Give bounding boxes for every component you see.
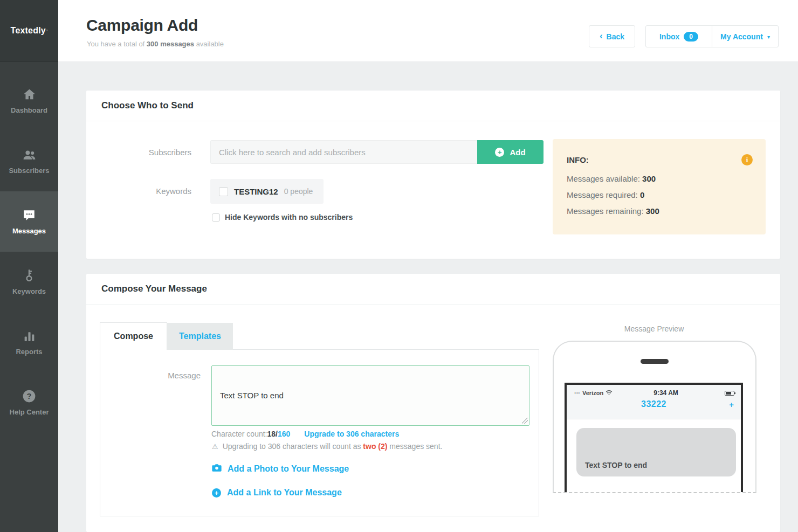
- logo-trademark: ’: [46, 29, 47, 33]
- sidebar: Textedly’ Dashboard Subscribers Messages: [0, 0, 58, 532]
- subtitle-count: 300 messages: [147, 40, 194, 48]
- phone-preview: ··· Verizon 9:34 AM 33222 +: [553, 341, 756, 493]
- warning-emphasis: two (2): [363, 442, 387, 451]
- svg-text:?: ?: [27, 392, 32, 400]
- message-textarea-wrap: Text STOP to end: [211, 365, 529, 426]
- keyword-name: TESTING12: [234, 187, 278, 196]
- sidebar-item-reports[interactable]: Reports: [0, 312, 58, 372]
- question-icon: ?: [22, 389, 36, 403]
- warning-suffix: messages sent.: [387, 442, 442, 451]
- info-row-required: Messages required: 0: [567, 187, 752, 203]
- inbox-button-label: Inbox: [659, 32, 679, 41]
- message-label: Message: [139, 371, 201, 380]
- subscribers-search-input[interactable]: [210, 140, 477, 164]
- textedly-logo: Textedly’: [0, 0, 58, 62]
- upgrade-warning-row: ⚠ Upgrading to 306 characters will count…: [212, 442, 442, 451]
- keyword-item-testing12[interactable]: TESTING12 0 people: [210, 179, 324, 204]
- info-row-available: Messages available: 300: [567, 171, 752, 187]
- character-count-label: Character count:: [211, 430, 267, 438]
- info-row-value: 300: [646, 206, 659, 216]
- info-row-label: Messages required:: [567, 190, 640, 199]
- carrier-name: Verizon: [582, 390, 603, 396]
- phone-number-row: 33222 +: [567, 399, 741, 409]
- back-button[interactable]: ‹ Back: [589, 25, 635, 47]
- bar-chart-icon: [23, 329, 36, 343]
- sidebar-item-label: Keywords: [12, 287, 46, 295]
- keywords-label: Keywords: [129, 186, 191, 196]
- info-box: INFO: Messages available: 300 Messages r…: [553, 139, 766, 234]
- message-textarea[interactable]: Text STOP to end: [211, 365, 529, 426]
- sidebar-item-label: Dashboard: [11, 106, 47, 114]
- compose-panel-title: Compose Your Message: [86, 274, 780, 305]
- add-subscribers-button[interactable]: + Add: [477, 140, 544, 164]
- add-button-label: Add: [510, 148, 525, 157]
- message-bubble-text: Text STOP to end: [585, 461, 647, 469]
- keyword-checkbox[interactable]: [219, 187, 228, 196]
- phone-time: 9:34 AM: [613, 389, 725, 397]
- subscribers-label: Subscribers: [129, 148, 191, 157]
- inbox-button[interactable]: Inbox 0: [646, 26, 712, 47]
- add-link-link[interactable]: + Add a Link to Your Message: [212, 488, 342, 498]
- chat-icon: [22, 208, 36, 222]
- info-row-value: 0: [640, 190, 644, 199]
- character-count-current: 18/: [267, 430, 278, 438]
- add-photo-link[interactable]: Add a Photo to Your Message: [212, 464, 349, 474]
- warning-triangle-icon: ⚠: [212, 443, 218, 451]
- phone-status-bar: ··· Verizon 9:34 AM: [567, 385, 741, 397]
- home-icon: [23, 88, 36, 101]
- hide-keywords-checkbox[interactable]: [212, 213, 220, 222]
- warning-text: Upgrading to 306 characters will count a…: [223, 442, 443, 451]
- shortcode: 33222: [641, 399, 666, 409]
- my-account-label: My Account: [720, 32, 763, 41]
- upgrade-characters-link[interactable]: Upgrade to 306 characters: [304, 430, 399, 438]
- sidebar-item-label: Reports: [16, 348, 42, 356]
- top-bar: Campaign Add You have a total of 300 mes…: [58, 0, 798, 62]
- sidebar-item-label: Messages: [12, 227, 46, 235]
- inbox-count-badge: 0: [684, 32, 698, 42]
- tab-templates[interactable]: Templates: [167, 323, 233, 350]
- sidebar-item-keywords[interactable]: Keywords: [0, 252, 58, 312]
- carrier-label: ··· Verizon: [574, 390, 613, 396]
- logo-text: Textedly: [11, 26, 46, 36]
- compose-message-panel: Compose Your Message Compose Templates M…: [86, 274, 780, 532]
- page-subtitle: You have a total of 300 messages availab…: [87, 40, 224, 48]
- character-count-max: 160: [278, 430, 290, 438]
- sidebar-item-dashboard[interactable]: Dashboard: [0, 71, 58, 131]
- users-icon: [22, 148, 37, 162]
- sidebar-item-label: Subscribers: [9, 167, 49, 175]
- choose-panel-title: Choose Who to Send: [86, 91, 780, 121]
- sidebar-item-subscribers[interactable]: Subscribers: [0, 131, 58, 191]
- key-icon: [23, 268, 36, 282]
- plus-circle-icon: +: [495, 148, 504, 157]
- subtitle-prefix: You have a total of: [87, 40, 147, 48]
- phone-speaker: [641, 359, 669, 364]
- plus-circle-icon: +: [212, 488, 221, 498]
- camera-icon: [212, 464, 222, 474]
- sidebar-item-help-center[interactable]: ? Help Center: [0, 372, 58, 433]
- chevron-left-icon: ‹: [600, 31, 603, 40]
- phone-screen-header: ··· Verizon 9:34 AM 33222 +: [567, 385, 741, 419]
- chevron-down-icon: ▾: [767, 34, 770, 40]
- character-count-row: Character count: 18/ 160 Upgrade to 306 …: [211, 430, 399, 438]
- warning-prefix: Upgrading to 306 characters will count a…: [223, 442, 363, 451]
- my-account-button[interactable]: My Account ▾: [712, 26, 778, 47]
- hide-keywords-row[interactable]: Hide Keywords with no subscribers: [212, 213, 353, 222]
- battery-icon: [725, 391, 734, 396]
- sidebar-item-label: Help Center: [10, 408, 49, 416]
- info-icon[interactable]: i: [741, 154, 753, 165]
- info-title: INFO:: [567, 155, 752, 164]
- sidebar-item-messages[interactable]: Messages: [0, 191, 58, 252]
- page-title: Campaign Add: [86, 16, 198, 34]
- info-row-label: Messages available:: [567, 174, 642, 183]
- tab-compose[interactable]: Compose: [100, 322, 167, 350]
- sidebar-nav: Dashboard Subscribers Messages Keywords: [0, 62, 58, 433]
- message-bubble: Text STOP to end: [576, 428, 736, 476]
- wifi-icon: [606, 390, 613, 396]
- subtitle-suffix: available: [194, 40, 224, 48]
- header-button-group: Inbox 0 My Account ▾: [645, 25, 779, 47]
- textedly-app: Textedly’ Dashboard Subscribers Messages: [0, 0, 798, 532]
- add-photo-label: Add a Photo to Your Message: [228, 464, 349, 474]
- phone-screen: ··· Verizon 9:34 AM 33222 +: [565, 383, 743, 492]
- info-row-remaining: Messages remaining: 300: [567, 203, 752, 219]
- hide-keywords-label: Hide Keywords with no subscribers: [225, 213, 353, 222]
